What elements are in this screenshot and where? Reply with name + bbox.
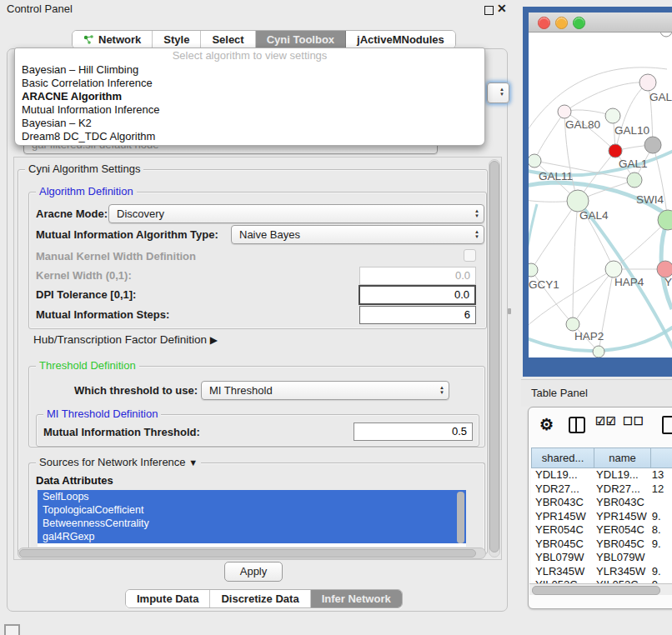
network-canvas[interactable]: GALGAL80GAL10GAL1GAL11SWI4GAL4GCY1HAP4YH… bbox=[529, 32, 672, 358]
table-cell bbox=[648, 496, 672, 510]
algorithm-option-bayesian-k2[interactable]: Bayesian – K2 bbox=[15, 117, 484, 130]
inference-algorithm-combo-end[interactable]: ▲ ▼ bbox=[487, 82, 509, 103]
mi-type-combo[interactable]: Naive Bayes ▲▼ bbox=[231, 225, 484, 244]
table-row[interactable]: YPR145WYPR145W9. bbox=[531, 510, 672, 524]
mi-threshold-field[interactable]: 0.5 bbox=[354, 422, 473, 441]
attribute-item-betweennesscentrality[interactable]: BetweennessCentrality bbox=[38, 517, 466, 530]
tab-infer-network[interactable]: Infer Network bbox=[311, 590, 402, 608]
apply-button[interactable]: Apply bbox=[224, 562, 283, 582]
node-gal10[interactable] bbox=[605, 108, 620, 123]
table-body[interactable]: YDL19...YDL19...13YDR27...YDR27...12YBR0… bbox=[531, 468, 672, 583]
node-gcy1[interactable] bbox=[529, 263, 538, 277]
column-header-name[interactable]: name bbox=[594, 448, 651, 468]
tab-network[interactable]: Network bbox=[73, 31, 153, 48]
node-label-gal4: GAL4 bbox=[579, 209, 609, 222]
attribute-item-gal4rgexp[interactable]: gal4RGexp bbox=[38, 530, 466, 543]
algorithm-option-bayesian-hill-climbing[interactable]: Bayesian – Hill Climbing bbox=[15, 63, 484, 77]
collapse-arrow-icon[interactable]: ▼ bbox=[188, 458, 198, 468]
table-row[interactable]: YBR045CYBR045C9. bbox=[531, 538, 672, 552]
node-bottom[interactable] bbox=[593, 346, 604, 358]
node-salmon[interactable] bbox=[657, 261, 672, 278]
deselect-all-icon[interactable]: ☐☐ bbox=[623, 415, 644, 428]
node-red[interactable] bbox=[609, 144, 622, 158]
hub-definition-toggle[interactable]: Hub/Transcription Factor Definition ▶ bbox=[33, 333, 218, 346]
node-gal11[interactable] bbox=[529, 154, 541, 168]
minimize-traffic-button[interactable] bbox=[555, 17, 568, 29]
algorithm-option-basic-correlation-inference[interactable]: Basic Correlation Inference bbox=[15, 77, 484, 90]
table-cell: 13 bbox=[648, 468, 672, 482]
minimized-panel-icon[interactable] bbox=[4, 624, 20, 635]
node-hap4[interactable] bbox=[605, 261, 622, 278]
data-attributes-list[interactable]: SelfLoopsTopologicalCoefficientBetweenne… bbox=[38, 490, 466, 547]
node-gal80[interactable] bbox=[558, 105, 571, 118]
table-row[interactable]: YBR043CYBR043C bbox=[531, 496, 672, 510]
table-row[interactable]: YER054CYER054C8. bbox=[531, 523, 672, 538]
algorithm-definition-title: Algorithm Definition bbox=[36, 185, 137, 198]
network-edge[interactable] bbox=[529, 204, 537, 312]
settings-vscrollbar-thumb[interactable] bbox=[489, 161, 499, 552]
network-edge[interactable] bbox=[578, 201, 672, 349]
node-gray[interactable] bbox=[644, 137, 661, 153]
split-columns-icon[interactable] bbox=[569, 417, 585, 433]
close-traffic-button[interactable] bbox=[538, 17, 550, 29]
table-hscrollbar-track bbox=[529, 583, 672, 595]
column-header-a[interactable]: A bbox=[651, 448, 672, 468]
attribute-item-topologicalcoefficient[interactable]: TopologicalCoefficient bbox=[38, 503, 466, 517]
select-all-icon[interactable]: ☑☑ bbox=[595, 415, 616, 428]
table-hscrollbar-thumb[interactable] bbox=[532, 586, 660, 595]
table-row[interactable]: YDR27...YDR27...12 bbox=[531, 482, 672, 497]
zoom-traffic-button[interactable] bbox=[573, 17, 585, 29]
splitpane-handle[interactable] bbox=[508, 308, 511, 314]
tab-label: jActiveMNodules bbox=[357, 33, 444, 46]
bottom-tab-bar: Impute DataDiscretize DataInfer Network bbox=[125, 589, 403, 608]
which-threshold-combo[interactable]: MI Threshold ▲▼ bbox=[201, 381, 449, 400]
tab-cyni-toolbox[interactable]: Cyni Toolbox bbox=[256, 31, 346, 48]
node-pink-top[interactable] bbox=[639, 74, 656, 91]
settings-hscrollbar-thumb[interactable] bbox=[19, 549, 476, 558]
table-row[interactable]: YBL079WYBL079W bbox=[531, 551, 672, 565]
dpi-tolerance-field[interactable]: 0.0 bbox=[359, 285, 476, 305]
network-edge[interactable] bbox=[534, 112, 564, 161]
spinner-down-icon: ▼ bbox=[474, 234, 479, 239]
mi-steps-field[interactable]: 6 bbox=[359, 306, 476, 324]
table-row[interactable]: YDL19...YDL19...13 bbox=[531, 468, 672, 482]
tab-style[interactable]: Style bbox=[153, 31, 201, 48]
tab-label: Select bbox=[212, 33, 243, 46]
node-mid-green[interactable] bbox=[627, 172, 642, 188]
tab-impute-data[interactable]: Impute Data bbox=[126, 590, 210, 608]
table-row[interactable]: YLR345WYLR345W9. bbox=[531, 565, 672, 579]
tab-select[interactable]: Select bbox=[201, 31, 255, 48]
new-table-icon[interactable] bbox=[662, 416, 672, 434]
gear-icon[interactable]: ⚙ bbox=[539, 415, 554, 434]
close-button[interactable]: ✕ bbox=[497, 2, 507, 15]
table-cell: 9. bbox=[648, 538, 672, 552]
kernel-width-field[interactable]: 0.0 bbox=[359, 267, 476, 285]
network-edge[interactable] bbox=[531, 201, 578, 270]
tab-discretize-data[interactable]: Discretize Data bbox=[210, 590, 310, 608]
check-icon: ☑ bbox=[606, 415, 617, 428]
column-header-shared-[interactable]: shared... bbox=[531, 448, 594, 468]
float-button[interactable] bbox=[484, 6, 494, 15]
spinner-down-icon: ▼ bbox=[499, 92, 504, 97]
tab-jactivemnodules[interactable]: jActiveMNodules bbox=[346, 31, 455, 48]
manual-kernel-checkbox[interactable] bbox=[464, 249, 476, 262]
hub-definition-label: Hub/Transcription Factor Definition bbox=[33, 333, 207, 346]
node-big-green[interactable] bbox=[658, 210, 672, 230]
mi-type-label: Mutual Information Algorithm Type: bbox=[36, 228, 218, 241]
node-label-gal80: GAL80 bbox=[565, 118, 600, 131]
expand-arrow-icon[interactable]: ▶ bbox=[210, 334, 218, 346]
attributes-scrollbar-thumb[interactable] bbox=[457, 492, 464, 543]
aracne-mode-combo[interactable]: Discovery ▲▼ bbox=[108, 204, 484, 223]
algorithm-option-mutual-information-inference[interactable]: Mutual Information Inference bbox=[15, 103, 484, 117]
spinner-arrows-icon: ▲▼ bbox=[474, 206, 479, 218]
algorithm-option-aracne-algorithm[interactable]: ARACNE Algorithm bbox=[15, 90, 484, 103]
attribute-item-selfloops[interactable]: SelfLoops bbox=[38, 490, 466, 503]
spinner-arrows-icon: ▲▼ bbox=[439, 382, 444, 395]
panel-title: Control Panel bbox=[7, 2, 73, 15]
network-edge[interactable] bbox=[573, 269, 614, 324]
node-top[interactable] bbox=[660, 32, 672, 37]
network-edge[interactable] bbox=[573, 201, 578, 324]
algorithm-option-dream8-dc-tdc-algorithm[interactable]: Dream8 DC_TDC Algorithm bbox=[15, 130, 484, 143]
network-view-window: GALGAL80GAL10GAL1GAL11SWI4GAL4GCY1HAP4YH… bbox=[523, 7, 672, 377]
node-hap2[interactable] bbox=[566, 318, 579, 331]
